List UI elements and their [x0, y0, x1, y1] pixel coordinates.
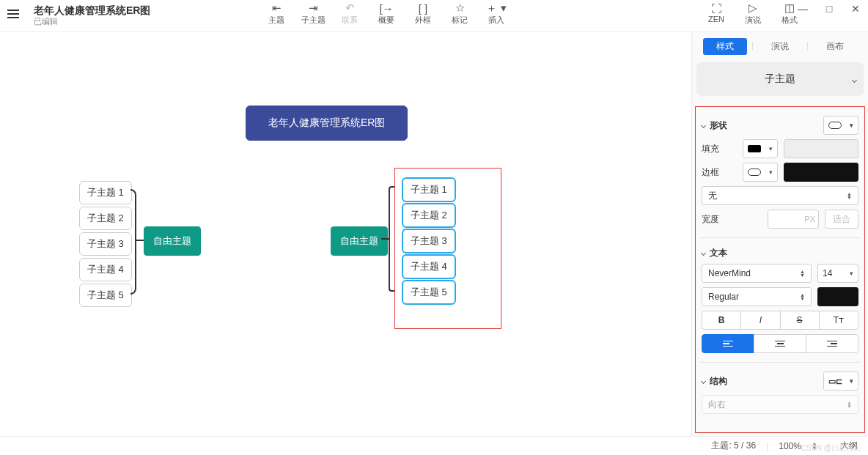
- zoom-stepper[interactable]: ▲▼: [812, 442, 817, 451]
- canvas[interactable]: 老年人健康管理系统ER图 自由主题 子主题 1 子主题 2 子主题 3 子主题 …: [0, 32, 691, 436]
- subtopic-1-3[interactable]: 子主题 3: [79, 232, 132, 256]
- width-input[interactable]: PX: [768, 210, 819, 229]
- summary-icon: [→: [379, 1, 393, 15]
- subtopic-2-3[interactable]: 子主题 3: [402, 229, 456, 254]
- outline-toggle[interactable]: 大纲: [840, 440, 858, 452]
- title-block: 老年人健康管理系统ER图 已编辑: [3, 1, 238, 26]
- row-fill: 填充 ▾: [702, 139, 858, 158]
- row-width: 宽度 PX 适合: [702, 210, 858, 229]
- tool-marker[interactable]: ☆标记: [443, 1, 477, 31]
- root-topic[interactable]: 老年人健康管理系统ER图: [246, 106, 408, 141]
- menu-icon[interactable]: [3, 4, 23, 24]
- boundary-icon: [ ]: [419, 1, 428, 15]
- tool-relation: ↶联系: [333, 1, 367, 31]
- font-family-select[interactable]: NeverMind ▲▼: [702, 264, 812, 283]
- subtopic-1-2[interactable]: 子主题 2: [79, 207, 132, 230]
- tool-boundary[interactable]: [ ]外框: [406, 1, 440, 31]
- toolbar-main: ⇤主题 ⇥子主题 ↶联系 [→概要 [ ]外框 ☆标记 ＋ ▾插入: [260, 1, 513, 31]
- header-bar: 老年人健康管理系统ER图 已编辑 ⇤主题 ⇥子主题 ↶联系 [→概要 [ ]外框…: [0, 0, 868, 32]
- relation-icon: ↶: [345, 1, 355, 15]
- align-row: [702, 334, 858, 353]
- chevron-icon: [701, 378, 706, 383]
- case-button[interactable]: Tᴛ: [819, 311, 858, 330]
- tool-pitch[interactable]: ▷演说: [736, 1, 770, 31]
- subtopic-1-5[interactable]: 子主题 5: [79, 284, 132, 307]
- font-size-select[interactable]: 14▾: [817, 264, 858, 283]
- zen-icon: ⛶: [711, 1, 722, 15]
- style-preview[interactable]: 子主题: [696, 62, 864, 96]
- file-title: 老年人健康管理系统ER图: [34, 4, 150, 17]
- subtopic-2-2[interactable]: 子主题 2: [402, 203, 456, 228]
- section-text[interactable]: 文本: [702, 247, 858, 259]
- structure-picker[interactable]: ▭⊏▾: [823, 371, 858, 391]
- font-weight-select[interactable]: Regular ▲▼: [702, 287, 812, 306]
- italic-button[interactable]: I: [740, 311, 780, 330]
- hline-right: [381, 238, 389, 240]
- minimize-button[interactable]: —: [798, 3, 808, 15]
- font-color[interactable]: [817, 287, 858, 306]
- tab-style[interactable]: 样式: [703, 38, 747, 55]
- hline-left: [136, 240, 144, 241]
- free-topic-1[interactable]: 自由主题: [144, 226, 201, 256]
- fit-button[interactable]: 适合: [825, 210, 858, 229]
- zoom-level[interactable]: 100%: [779, 441, 801, 451]
- structure-direction[interactable]: 向右 ▲▼: [702, 395, 858, 414]
- connector-left: [130, 189, 136, 295]
- file-status: 已编辑: [34, 17, 150, 26]
- tab-canvas[interactable]: 画布: [813, 38, 857, 55]
- pitch-icon: ▷: [749, 1, 757, 15]
- chevron-icon: [701, 122, 706, 127]
- fill-variant[interactable]: [784, 139, 858, 158]
- section-shape[interactable]: 形状 ▾: [702, 116, 858, 135]
- connector-right: [389, 186, 394, 292]
- align-center[interactable]: [754, 334, 806, 353]
- row-border: 边框 ▾: [702, 163, 858, 182]
- insert-icon: ＋ ▾: [486, 1, 506, 15]
- format-panel: 样式 | 演说 | 画布 子主题 形状 ▾ 填充 ▾ 边框: [691, 32, 868, 436]
- tool-subtopic[interactable]: ⇥子主题: [296, 1, 330, 31]
- panel-body: 形状 ▾ 填充 ▾ 边框 ▾ 无 ▲▼ 宽度: [695, 106, 865, 433]
- format-icon: ◫: [784, 1, 795, 15]
- subtopic-1-4[interactable]: 子主题 4: [79, 258, 132, 281]
- tool-topic[interactable]: ⇤主题: [260, 1, 293, 31]
- panel-tabs: 样式 | 演说 | 画布: [692, 32, 868, 61]
- free-topic-2[interactable]: 自由主题: [331, 226, 388, 256]
- maximize-button[interactable]: □: [824, 3, 834, 15]
- canvas-inner: 老年人健康管理系统ER图 自由主题 子主题 1 子主题 2 子主题 3 子主题 …: [0, 32, 691, 436]
- window-controls: — □ ✕: [798, 3, 861, 15]
- border-style[interactable]: ▾: [743, 163, 778, 182]
- tool-zen[interactable]: ⛶ZEN: [699, 1, 733, 31]
- tool-insert[interactable]: ＋ ▾插入: [479, 1, 513, 31]
- preview-label: 子主题: [765, 73, 795, 86]
- row-weight: Regular ▲▼: [702, 287, 858, 306]
- divider: [700, 237, 860, 238]
- row-font: NeverMind ▲▼ 14▾: [702, 264, 858, 283]
- strike-button[interactable]: S: [780, 311, 820, 330]
- close-button[interactable]: ✕: [850, 3, 861, 15]
- subtopic-2-5[interactable]: 子主题 5: [402, 280, 456, 305]
- topic-count: 主题: 5 / 36: [711, 440, 756, 452]
- chevron-icon: [701, 251, 706, 256]
- align-left[interactable]: [702, 334, 754, 353]
- bold-button[interactable]: B: [702, 311, 741, 330]
- border-color[interactable]: [784, 163, 858, 182]
- workspace: 老年人健康管理系统ER图 自由主题 子主题 1 子主题 2 子主题 3 子主题 …: [0, 32, 868, 436]
- divider: [700, 362, 860, 363]
- tab-pitch[interactable]: 演说: [758, 38, 802, 55]
- border-width-select[interactable]: 无 ▲▼: [702, 186, 858, 205]
- subtopic-2-4[interactable]: 子主题 4: [402, 254, 456, 279]
- tool-summary[interactable]: [→概要: [369, 1, 403, 31]
- footer-bar: 主题: 5 / 36 | 100% ▲▼ | 大纲: [0, 436, 868, 455]
- title-text: 老年人健康管理系统ER图 已编辑: [34, 1, 150, 26]
- chevron-down-icon: [853, 74, 856, 84]
- subtopic-1-1[interactable]: 子主题 1: [79, 181, 132, 204]
- row-none: 无 ▲▼: [702, 186, 858, 205]
- subtopic-2-1[interactable]: 子主题 1: [402, 177, 456, 202]
- shape-picker[interactable]: ▾: [823, 116, 858, 135]
- align-right[interactable]: [806, 334, 858, 353]
- text-style-row: B I S Tᴛ: [702, 311, 858, 330]
- row-structure-dir: 向右 ▲▼: [702, 395, 858, 414]
- section-structure[interactable]: 结构 ▭⊏▾: [702, 371, 858, 391]
- marker-icon: ☆: [455, 1, 465, 15]
- fill-color[interactable]: ▾: [743, 139, 778, 158]
